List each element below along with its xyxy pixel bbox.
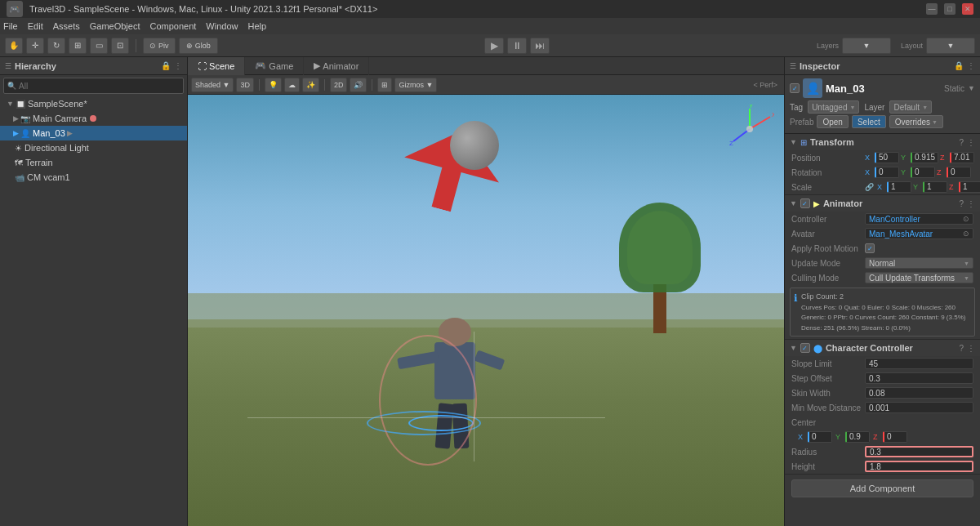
view-shaded-btn[interactable]: Shaded ▼ [191, 78, 234, 92]
view-2d-btn[interactable]: 2D [330, 78, 348, 92]
hierarchy-menu[interactable]: ⋮ [174, 61, 182, 70]
add-component-button[interactable]: Add Component [791, 479, 973, 497]
step-offset-value[interactable]: 0.3 [865, 372, 973, 384]
transform-section: ▼ ⊞ Transform ? ⋮ Position X50 Y0.915 Z7… [785, 134, 980, 195]
skin-width-value[interactable]: 0.08 [865, 387, 973, 399]
scale-z[interactable]: 1 [959, 181, 980, 193]
rot-x[interactable]: 0 [875, 167, 899, 178]
inspector-menu[interactable]: ⋮ [967, 61, 975, 70]
character-controller-header[interactable]: ▼ ✓ ⬤ Character Controller ? ⋮ [785, 340, 980, 356]
animator-menu[interactable]: ⋮ [967, 199, 975, 208]
center-y[interactable]: 0.9 [845, 431, 870, 443]
svg-line-0 [750, 117, 770, 129]
move-tool[interactable]: ✛ [26, 38, 44, 54]
cc-menu[interactable]: ⋮ [967, 344, 975, 353]
scene-view[interactable]: X Y Z [188, 95, 784, 526]
layout-dropdown[interactable]: ▼ [926, 38, 975, 54]
pos-y[interactable]: 0.915 [911, 152, 938, 163]
center-z[interactable]: 0 [883, 431, 907, 443]
avatar-value[interactable]: Man_MeshAvatar ⊙ [865, 228, 973, 239]
menu-component[interactable]: Component [149, 21, 196, 31]
inspector-lock[interactable]: 🔒 [954, 61, 964, 70]
slope-limit-value[interactable]: 45 [865, 358, 973, 369]
controller-pick[interactable]: ⊙ [963, 215, 969, 223]
hierarchy-panel: ☰ Hierarchy 🔒 ⋮ 🔍 ▼ 🔲 SampleScene* ▶ 📷 M… [0, 57, 188, 526]
animator-help[interactable]: ? [959, 199, 964, 208]
min-move-distance-value[interactable]: 0.001 [865, 402, 973, 413]
hierarchy-item-terrain[interactable]: 🗺 Terrain [0, 155, 187, 170]
hierarchy-item-directionallight[interactable]: ☀ Directional Light [0, 140, 187, 155]
minimize-button[interactable]: — [926, 3, 938, 15]
menu-edit[interactable]: Edit [28, 21, 43, 31]
character-controller-section: ▼ ✓ ⬤ Character Controller ? ⋮ Slope Lim… [785, 340, 980, 475]
transform-header[interactable]: ▼ ⊞ Transform ? ⋮ [785, 134, 980, 150]
global-btn[interactable]: ⊕ Glob [179, 38, 218, 54]
tab-animator[interactable]: ▶ Animator [304, 57, 369, 75]
pivot-btn[interactable]: ⊙ Piv [143, 38, 176, 54]
hierarchy-item-maincamera[interactable]: ▶ 📷 Main Camera [0, 111, 187, 126]
view-3d-btn[interactable]: 3D [236, 78, 254, 92]
view-grid-btn[interactable]: ⊞ [377, 78, 392, 92]
hierarchy-search-input[interactable] [19, 82, 180, 91]
open-button[interactable]: Open [817, 115, 848, 128]
hierarchy-header: ☰ Hierarchy 🔒 ⋮ [0, 57, 187, 75]
close-button[interactable]: ✕ [962, 3, 973, 15]
view-sky-btn[interactable]: ☁ [284, 78, 300, 92]
view-lights-btn[interactable]: 💡 [265, 78, 282, 92]
menu-help[interactable]: Help [247, 21, 266, 31]
scale-y[interactable]: 1 [923, 181, 947, 193]
view-audio-btn[interactable]: 🔊 [350, 78, 367, 92]
rot-y[interactable]: 0 [911, 167, 935, 178]
avatar-pick[interactable]: ⊙ [963, 230, 969, 238]
culling-mode-dropdown[interactable]: Cull Update Transforms [865, 272, 973, 283]
menu-assets[interactable]: Assets [53, 21, 80, 31]
hierarchy-item-samplescene[interactable]: ▼ 🔲 SampleScene* [0, 96, 187, 111]
transform-tool[interactable]: ⊡ [111, 38, 129, 54]
transform-help[interactable]: ? [959, 138, 964, 147]
radius-value[interactable]: 0.3 [865, 446, 973, 457]
center-x[interactable]: 0 [808, 431, 832, 443]
height-value[interactable]: 1.8 [865, 461, 973, 472]
apply-root-motion-checkbox[interactable]: ✓ [865, 243, 875, 253]
cc-enabled[interactable]: ✓ [800, 343, 810, 353]
animator-enabled[interactable]: ✓ [800, 198, 810, 208]
hierarchy-item-cmvcam1[interactable]: 📹 CM vcam1 [0, 170, 187, 185]
menu-window[interactable]: Window [206, 21, 238, 31]
step-button[interactable]: ⏭ [530, 38, 550, 54]
overrides-button[interactable]: Overrides ▼ [889, 115, 943, 128]
menu-gameobject[interactable]: GameObject [90, 21, 140, 31]
pos-x[interactable]: 50 [875, 152, 899, 163]
tab-game[interactable]: 🎮 Game [245, 57, 304, 75]
vtoolbar-sep3 [372, 79, 372, 91]
layer-value-dropdown[interactable]: Default ▼ [889, 100, 932, 114]
rot-z[interactable]: 0 [947, 167, 971, 178]
update-mode-row: Update Mode Normal [785, 256, 980, 270]
character-controller-circle [379, 335, 477, 466]
cc-help[interactable]: ? [959, 344, 964, 353]
hierarchy-lock[interactable]: 🔒 [161, 61, 171, 70]
tab-scene[interactable]: ⛶ Scene [188, 57, 245, 75]
maximize-button[interactable]: □ [944, 3, 956, 15]
controller-value[interactable]: ManController ⊙ [865, 213, 973, 225]
layers-dropdown[interactable]: ▼ [842, 38, 891, 54]
rotate-tool[interactable]: ↻ [47, 38, 65, 54]
tag-value-dropdown[interactable]: Untagged ▼ [808, 100, 859, 114]
static-dropdown[interactable]: ▼ [968, 84, 975, 92]
rect-tool[interactable]: ▭ [90, 38, 108, 54]
hierarchy-item-man03[interactable]: ▶ 👤 Man_03 ▶ [0, 126, 187, 140]
pause-button[interactable]: ⏸ [507, 38, 527, 54]
scene-guide-h [247, 417, 605, 418]
update-mode-dropdown[interactable]: Normal [865, 257, 973, 269]
view-gizmos-btn[interactable]: Gizmos ▼ [394, 78, 437, 92]
scale-x[interactable]: 1 [887, 181, 911, 193]
object-enabled-checkbox[interactable]: ✓ [790, 83, 800, 93]
transform-menu[interactable]: ⋮ [967, 138, 975, 147]
hand-tool[interactable]: ✋ [5, 38, 23, 54]
animator-header[interactable]: ▼ ✓ ▶ Animator ? ⋮ [785, 195, 980, 212]
view-fx-btn[interactable]: ✨ [302, 78, 319, 92]
menu-file[interactable]: File [3, 21, 18, 31]
play-button[interactable]: ▶ [484, 38, 504, 54]
select-button[interactable]: Select [852, 115, 886, 128]
scale-tool[interactable]: ⊞ [69, 38, 87, 54]
pos-z[interactable]: 7.01 [950, 152, 974, 163]
